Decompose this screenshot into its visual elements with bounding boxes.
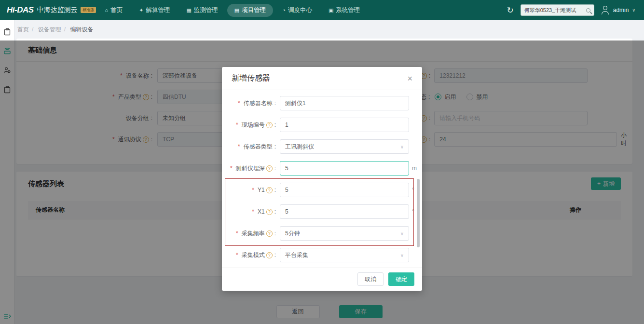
frequency-select[interactable]: 5分钟 ∨ [280, 226, 409, 241]
info-icon[interactable]: ? [266, 165, 273, 172]
nav-item-home[interactable]: ⌂ 首页 [98, 4, 130, 17]
frequency-row: 采集频率? 5分钟 ∨ [222, 226, 422, 241]
x1-row: X1? ° [222, 204, 422, 219]
mode-row: 采集模式? 平台采集 ∨ [222, 248, 422, 262]
brand-logo: Hi-DAS [7, 5, 34, 15]
nav-item-dispatch[interactable]: ◔ 调度中心 [275, 4, 319, 17]
info-icon[interactable]: ? [266, 209, 273, 215]
nav-item-system[interactable]: ▣ 系统管理 [321, 4, 367, 17]
navbar-right: ↻ admin ∨ [507, 4, 644, 16]
close-icon[interactable]: × [407, 74, 412, 83]
nav-label: 解算管理 [146, 6, 170, 14]
home-icon: ⌂ [105, 7, 109, 13]
chevron-down-icon: ∨ [632, 8, 635, 13]
chevron-down-icon: ∨ [400, 144, 404, 149]
breadcrumb-device-mgmt[interactable]: 设备管理 [38, 26, 69, 33]
sensor-type-select[interactable]: 工讯测斜仪 ∨ [280, 139, 409, 154]
modal-footer: 取消 确定 [222, 268, 422, 290]
system-icon: ▣ [329, 7, 333, 14]
project-icon: ▤ [234, 7, 239, 14]
refresh-icon[interactable]: ↻ [507, 5, 513, 15]
confirm-button[interactable]: 确定 [388, 272, 414, 286]
x1-label: X1? [222, 208, 276, 215]
monitor-icon: ▦ [186, 7, 191, 14]
sensor-type-row: 传感器类型 工讯测斜仪 ∨ [222, 139, 422, 154]
y1-field[interactable] [280, 183, 409, 197]
top-navbar: Hi-DAS 中海达监测云 标准版 ⌂ 首页 ✦ 解算管理 ▦ 监测管理 ▤ 项… [0, 0, 644, 20]
breadcrumb-edit-device: 编辑设备 [70, 26, 93, 33]
username: admin [613, 7, 629, 14]
nav-label: 首页 [110, 6, 123, 14]
solution-icon: ✦ [139, 7, 143, 14]
nav-item-solution[interactable]: ✦ 解算管理 [132, 4, 177, 17]
mode-select[interactable]: 平台采集 ∨ [280, 248, 409, 262]
nav-item-project[interactable]: ▤ 项目管理 [227, 4, 273, 17]
y1-row: Y1? ° [222, 183, 422, 197]
user-menu[interactable]: admin ∨ [601, 6, 635, 14]
project-search-input[interactable] [524, 7, 586, 13]
info-icon[interactable]: ? [266, 122, 273, 128]
sensor-name-field[interactable] [280, 96, 409, 110]
y1-label: Y1? [222, 187, 276, 193]
chevron-down-icon: ∨ [400, 231, 404, 236]
mode-label: 采集模式? [222, 251, 276, 259]
modal-body: 传感器名称 现场编号? 传感器类型 工讯测斜仪 ∨ 测斜仪埋深? m Y1? [222, 90, 422, 268]
search-icon[interactable] [586, 8, 590, 13]
nav-label: 监测管理 [194, 6, 218, 14]
depth-row: 测斜仪埋深? m [222, 161, 422, 176]
sensor-name-row: 传感器名称 [222, 96, 422, 110]
site-number-row: 现场编号? [222, 118, 422, 132]
project-search-box[interactable] [521, 4, 594, 16]
breadcrumb: 首页 设备管理 编辑设备 [14, 20, 644, 39]
breadcrumb-home[interactable]: 首页 [17, 26, 36, 33]
depth-unit: m [412, 165, 418, 172]
info-icon[interactable]: ? [266, 252, 273, 258]
add-sensor-modal: 新增传感器 × 传感器名称 现场编号? 传感器类型 工讯测斜仪 ∨ 测斜仪埋深? [222, 67, 422, 291]
depth-label: 测斜仪埋深? [222, 164, 276, 173]
info-icon[interactable]: ? [266, 187, 273, 193]
info-icon[interactable]: ? [266, 230, 273, 237]
chevron-down-icon: ∨ [400, 253, 404, 258]
site-number-field[interactable] [280, 118, 409, 132]
main-nav: ⌂ 首页 ✦ 解算管理 ▦ 监测管理 ▤ 项目管理 ◔ 调度中心 ▣ 系统管理 [98, 4, 368, 17]
user-icon [601, 6, 610, 14]
edition-badge: 标准版 [81, 7, 96, 13]
modal-scrollbar[interactable] [417, 179, 420, 247]
nav-item-monitor[interactable]: ▦ 监测管理 [179, 4, 225, 17]
modal-header: 新增传感器 × [222, 67, 422, 90]
sensor-name-label: 传感器名称 [222, 99, 276, 108]
cancel-button[interactable]: 取消 [357, 272, 384, 286]
nav-label: 系统管理 [336, 6, 360, 14]
frequency-label: 采集频率? [222, 230, 276, 238]
site-number-label: 现场编号? [222, 121, 276, 129]
dispatch-icon: ◔ [282, 7, 286, 13]
modal-title: 新增传感器 [232, 73, 270, 83]
x1-field[interactable] [280, 204, 409, 219]
app-logo: Hi-DAS 中海达监测云 标准版 [0, 5, 84, 15]
product-name: 中海达监测云 [37, 6, 78, 14]
nav-label: 调度中心 [288, 6, 312, 14]
depth-field[interactable] [280, 161, 409, 176]
clipboard-icon[interactable] [3, 28, 11, 36]
sensor-type-label: 传感器类型 [222, 143, 276, 151]
nav-label: 项目管理 [242, 6, 266, 14]
